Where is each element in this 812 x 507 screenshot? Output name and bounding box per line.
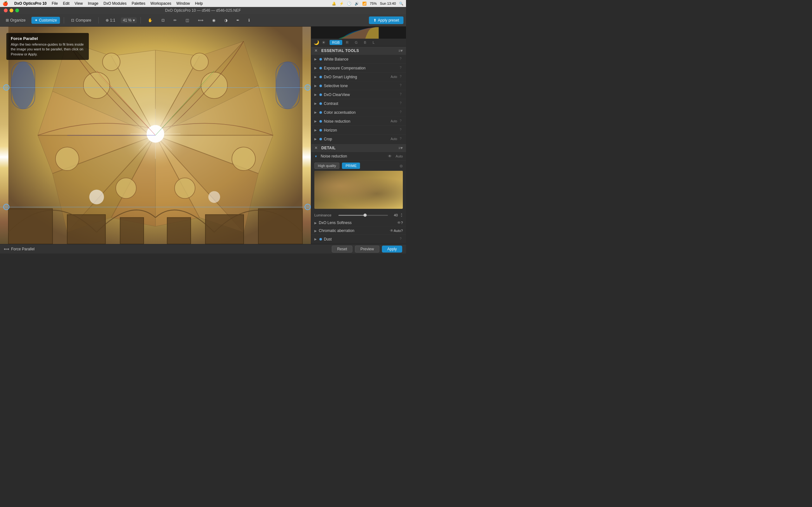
repair-tool[interactable]: ◉ [209,17,218,24]
apply-button[interactable]: Apply [382,245,402,252]
close-icon[interactable]: ✕ [314,146,319,150]
tool-item-smart-lighting[interactable]: ▶ DxO Smart Lighting Auto ? [311,72,406,81]
crop-tool[interactable]: ⊡ [158,17,168,24]
tool-item-clearview[interactable]: ▶ DxO ClearView ? [311,90,406,99]
search-icon[interactable]: 🔍 [399,2,403,6]
dxo-modules-menu[interactable]: DxO Modules [103,1,126,6]
question-icon[interactable]: ? [401,229,403,233]
active-dot [319,129,322,131]
canvas-area[interactable]: Force Parallel Align the two reference-g… [0,26,311,244]
maximize-button[interactable] [15,9,19,12]
app-menu[interactable]: DxO OpticsPro 10 [14,1,47,6]
tool-item-horizon[interactable]: ▶ Horizon ? [311,126,406,135]
question-icon[interactable]: ? [398,128,403,132]
edit-menu[interactable]: Edit [63,1,69,6]
palettes-menu[interactable]: Palettes [132,1,145,6]
organize-button[interactable]: ⊞ Organize [3,17,29,24]
guide-handle-bl[interactable] [3,204,9,210]
question-icon[interactable]: ? [401,221,403,225]
white-balance-tool[interactable]: ◫ [183,17,192,24]
view-menu[interactable]: View [74,1,83,6]
tool-item-exposure[interactable]: ▶ Exposure Compensation ? [311,64,406,72]
guide-handle-tl[interactable] [3,84,9,91]
channel-r[interactable]: R [344,40,351,45]
info-tool[interactable]: ℹ [245,17,253,24]
preview-button[interactable]: Preview [355,245,379,252]
apply-preset-button[interactable]: ⬆ Apply preset [369,16,403,24]
target-icon[interactable]: ◎ [400,164,403,168]
wifi-icon[interactable]: 📶 [362,2,367,6]
moon-icon[interactable]: 🌙 [314,40,319,45]
question-icon[interactable]: ? [398,119,403,124]
luminance-slider-track[interactable] [339,215,388,216]
tool-item-crop[interactable]: ▶ Crop Auto ? [311,135,406,144]
volume-icon[interactable]: 🔊 [355,2,359,6]
channel-g[interactable]: G [352,40,360,45]
essential-tools-header[interactable]: ✕ ESSENTIAL TOOLS ≡▾ [311,47,406,55]
straighten-tool[interactable]: ✏ [170,17,180,24]
close-button[interactable] [4,9,8,12]
channel-l[interactable]: L [370,40,377,45]
eye-icon[interactable]: 👁 [388,154,392,158]
prime-button[interactable]: PRIME [342,163,360,169]
file-menu[interactable]: File [52,1,58,6]
channel-b[interactable]: B [361,40,368,45]
customize-button[interactable]: ✦ Customize [32,17,60,24]
zoom-dropdown-icon[interactable]: ▾ [133,18,135,22]
eye-slash-icon[interactable]: 👁 [397,221,401,225]
question-icon[interactable]: ? [398,101,403,106]
slider-thumb[interactable] [363,214,367,217]
expand-arrow: ▶ [314,128,318,132]
noise-preview-thumb [314,171,403,209]
compare-button[interactable]: ⊡ Compare [68,17,94,24]
slider-down-arrow[interactable]: ▼ [400,215,403,218]
tool-item-chromatic-aberration[interactable]: ▶ Chromatic aberration 👁 Auto ? [311,227,406,235]
help-menu[interactable]: Help [195,1,203,6]
zoom-control[interactable]: 41 % ▾ [121,17,136,23]
tool-item-selective-tone[interactable]: ▶ Selective tone ? [311,81,406,90]
section-menu-icon[interactable]: ≡▾ [398,49,403,53]
question-icon[interactable]: ? [398,75,403,79]
close-icon[interactable]: ✕ [314,49,319,53]
reset-button[interactable]: Reset [332,245,352,252]
high-quality-button[interactable]: High quality [314,163,339,169]
horizon-tool[interactable]: ⟺ [195,17,206,24]
tool-item-lens-softness[interactable]: ▶ DxO Lens Softness 👁 ? [311,219,406,227]
question-icon[interactable]: ? [398,57,403,61]
tool-item-dust[interactable]: ▶ Dust ? [311,235,406,244]
question-icon[interactable]: ? [398,110,403,115]
force-parallel-status: ⟺ Force Parallel [4,247,35,251]
question-icon[interactable]: ? [398,66,403,70]
minimize-button[interactable] [9,9,13,12]
guide-line-top[interactable] [0,88,311,88]
fit-button[interactable]: ⊕ 1:1 [102,17,119,24]
hand-tool[interactable]: ✋ [145,17,156,24]
gradient-tool[interactable]: ◑ [221,17,231,24]
question-icon[interactable]: ? [398,237,403,241]
eye-slash-icon[interactable]: 👁 [390,228,394,233]
tool-item-color-accentuation[interactable]: ▶ Color accentuation ? [311,108,406,117]
detail-menu-icon[interactable]: ≡▾ [398,146,403,150]
detail-header[interactable]: ✕ DETAIL ≡▾ [311,144,406,152]
workspaces-menu[interactable]: Workspaces [150,1,171,6]
window-menu[interactable]: Window [176,1,190,6]
sun-icon[interactable]: ☀ [322,40,326,45]
image-menu[interactable]: Image [88,1,98,6]
tool-item-contrast[interactable]: ▶ Contrast ? [311,99,406,108]
noise-reduction-row[interactable]: ▼ Noise reduction 👁 Auto [311,152,406,161]
tool-item-noise-reduction[interactable]: ▶ Noise reduction Auto ? [311,117,406,126]
guide-handle-br[interactable] [305,204,311,210]
guide-handle-tr[interactable] [305,84,311,91]
question-icon[interactable]: ? [398,93,403,97]
eyedropper-tool[interactable]: ✒ [233,17,243,24]
channel-rgb[interactable]: RGB [329,40,342,45]
expand-arrow: ▶ [314,111,318,114]
guide-line-bottom[interactable] [0,207,311,207]
mac-menubar: 🍎 DxO OpticsPro 10 File Edit View Image … [0,0,406,7]
tool-item-white-balance[interactable]: ▶ White Balance ? [311,55,406,64]
apple-menu[interactable]: 🍎 [3,1,8,6]
question-icon[interactable]: ? [398,137,403,141]
notification-icon[interactable]: 🔔 [332,2,336,6]
zoom-value: 41 % [123,18,131,22]
question-icon[interactable]: ? [398,83,403,88]
